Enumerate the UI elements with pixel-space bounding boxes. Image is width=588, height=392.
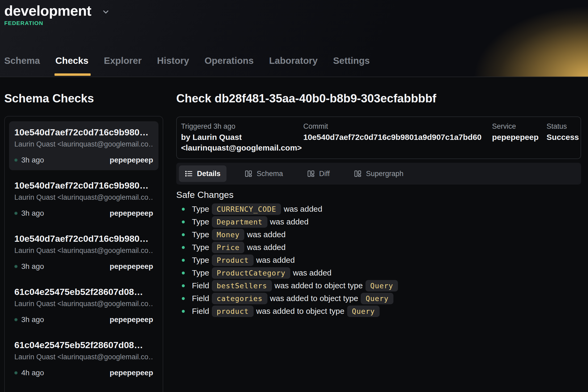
meta-triggered-email: <laurinquast@googlemail.com> bbox=[181, 143, 303, 153]
meta-service-value: pepepepeep bbox=[492, 132, 547, 143]
meta-triggered-label: Triggered 3h ago bbox=[181, 122, 303, 131]
check-id: 61c04e25475eb52f28607d08… bbox=[14, 340, 153, 350]
bullet-icon bbox=[182, 233, 185, 236]
check-author: Laurin Quast <laurinquast@googlemail.co… bbox=[14, 247, 153, 255]
check-id: 10e540d7aef72c0d716c9b980… bbox=[14, 127, 153, 137]
check-list-item[interactable]: 10e540d7aef72c0d716c9b980… Laurin Quast … bbox=[9, 121, 158, 170]
project-selector[interactable]: development bbox=[0, 0, 110, 19]
change-kind: Type bbox=[192, 205, 209, 214]
change-action: was added bbox=[247, 230, 285, 239]
columns-icon bbox=[354, 170, 362, 178]
change-action: was added to object type bbox=[256, 307, 345, 316]
subtab-diff[interactable]: Diff bbox=[301, 165, 336, 182]
section-title: Safe Changes bbox=[176, 189, 581, 200]
check-author: Laurin Quast <laurinquast@googlemail.co… bbox=[14, 140, 153, 148]
main-nav: Schema Checks Explorer History Operation… bbox=[4, 55, 370, 77]
change-target-badge: Query bbox=[361, 293, 393, 304]
tab-explorer[interactable]: Explorer bbox=[104, 55, 142, 77]
tab-laboratory[interactable]: Laboratory bbox=[269, 55, 318, 77]
bullet-icon bbox=[182, 220, 185, 223]
status-dot-icon bbox=[14, 318, 18, 321]
meta-service-label: Service bbox=[492, 122, 547, 131]
check-id: 10e540d7aef72c0d716c9b980… bbox=[14, 180, 153, 191]
check-list-item[interactable]: 10e540d7aef72c0d716c9b980… Laurin Quast … bbox=[9, 228, 158, 277]
meta-triggered: Triggered 3h ago by Laurin Quast <laurin… bbox=[181, 122, 303, 153]
change-kind: Type bbox=[192, 256, 209, 265]
check-meta: 3h ago pepepepeep bbox=[14, 209, 153, 218]
check-list-item[interactable]: 61c04e25475eb52f28607d08… Laurin Quast <… bbox=[9, 334, 158, 383]
status-dot-icon bbox=[14, 212, 18, 215]
change-name-badge: Money bbox=[212, 229, 244, 240]
project-name: development bbox=[4, 2, 91, 19]
sidebar-title: Schema Checks bbox=[4, 91, 163, 105]
meta-commit-value: 10e540d7aef72c0d716c9b9801a9d907c1a7bd60 bbox=[303, 132, 492, 143]
check-meta-card: Triggered 3h ago by Laurin Quast <laurin… bbox=[176, 116, 581, 159]
change-row: Type Price was added bbox=[176, 241, 581, 254]
change-name-badge: Product bbox=[212, 255, 254, 266]
bullet-icon bbox=[182, 208, 185, 211]
tab-checks[interactable]: Checks bbox=[55, 55, 89, 77]
change-kind: Type bbox=[192, 268, 209, 277]
subtab-label: Diff bbox=[319, 170, 330, 178]
meta-triggered-by: by Laurin Quast bbox=[181, 132, 303, 143]
columns-icon bbox=[307, 170, 315, 178]
change-kind: Type bbox=[192, 217, 209, 226]
check-detail-panel: Check db28f481-35aa-40b0-b8b9-303ecfabbb… bbox=[176, 77, 581, 318]
change-name-badge: Price bbox=[212, 242, 244, 253]
change-action: was added bbox=[284, 205, 322, 214]
check-meta: 3h ago pepepepeep bbox=[14, 262, 153, 271]
change-action: was added bbox=[293, 268, 331, 277]
tab-operations[interactable]: Operations bbox=[204, 55, 254, 77]
tab-history[interactable]: History bbox=[157, 55, 189, 77]
change-kind: Field bbox=[192, 281, 209, 290]
check-id: 10e540d7aef72c0d716c9b980… bbox=[14, 233, 153, 244]
checks-sidebar: Schema Checks 10e540d7aef72c0d716c9b980…… bbox=[4, 77, 163, 392]
check-service: pepepepeep bbox=[110, 209, 153, 218]
check-service: pepepepeep bbox=[110, 156, 153, 164]
meta-status: Status Success bbox=[547, 122, 579, 153]
project-type-badge: FEDERATION bbox=[4, 20, 588, 26]
change-row: Field bestSellers was added to object ty… bbox=[176, 279, 581, 292]
bullet-icon bbox=[182, 297, 185, 300]
subtab-schema[interactable]: Schema bbox=[239, 165, 289, 182]
change-action: was added bbox=[256, 256, 295, 265]
change-target-badge: Query bbox=[347, 306, 380, 317]
bullet-icon bbox=[182, 284, 185, 287]
change-row: Type CURRENCY_CODE was added bbox=[176, 203, 581, 215]
meta-commit-label: Commit bbox=[303, 122, 492, 131]
check-list-item[interactable]: 61c04e25475eb52f28607d08… Laurin Quast <… bbox=[9, 281, 158, 330]
change-row: Type Department was added bbox=[176, 215, 581, 228]
subtab-details[interactable]: Details bbox=[179, 165, 226, 182]
page-header: development FEDERATION Schema Checks Exp… bbox=[0, 0, 588, 77]
change-name-badge: Department bbox=[212, 216, 267, 228]
tab-schema[interactable]: Schema bbox=[4, 55, 40, 77]
status-badge: Success bbox=[547, 132, 579, 143]
check-id: 61c04e25475eb52f28607d08… bbox=[14, 287, 153, 297]
change-name-badge: ProductCategory bbox=[212, 267, 290, 279]
check-list-item[interactable]: 10e540d7aef72c0d716c9b980… Laurin Quast … bbox=[9, 174, 158, 223]
change-kind: Field bbox=[192, 294, 209, 303]
content: Schema Checks 10e540d7aef72c0d716c9b980…… bbox=[0, 77, 588, 392]
subtab-label: Schema bbox=[257, 170, 283, 178]
subtab-supergraph[interactable]: Supergraph bbox=[348, 165, 409, 182]
meta-commit: Commit 10e540d7aef72c0d716c9b9801a9d907c… bbox=[303, 122, 492, 153]
check-time: 4h ago bbox=[21, 369, 44, 377]
subtab-label: Details bbox=[197, 170, 221, 178]
status-dot-icon bbox=[14, 159, 18, 162]
status-dot-icon bbox=[14, 265, 18, 268]
check-meta: 4h ago pepepepeep bbox=[14, 369, 153, 377]
meta-status-label: Status bbox=[547, 122, 579, 131]
change-row: Field categories was added to object typ… bbox=[176, 292, 581, 305]
change-action: was added to object type bbox=[270, 294, 358, 303]
change-name-badge: CURRENCY_CODE bbox=[212, 203, 281, 215]
change-row: Type ProductCategory was added bbox=[176, 266, 581, 279]
change-name-badge: product bbox=[212, 306, 254, 317]
check-service: pepepepeep bbox=[110, 369, 153, 377]
subtab-label: Supergraph bbox=[366, 170, 404, 178]
change-name-badge: categories bbox=[212, 293, 267, 304]
check-author: Laurin Quast <laurinquast@googlemail.co… bbox=[14, 193, 153, 202]
check-meta: 3h ago pepepepeep bbox=[14, 315, 153, 324]
tab-settings[interactable]: Settings bbox=[333, 55, 370, 77]
bullet-icon bbox=[182, 310, 185, 313]
bullet-icon bbox=[182, 272, 185, 274]
